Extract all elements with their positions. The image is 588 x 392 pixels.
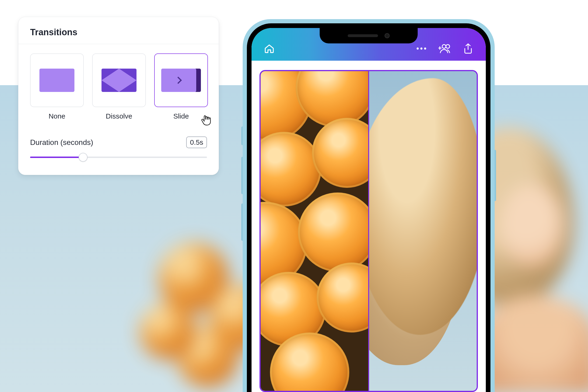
transition-label: Slide [154, 112, 208, 120]
canvas-right-image[interactable] [369, 71, 477, 391]
phone-front-camera [384, 33, 390, 38]
transition-options: None Dissolve Slide [30, 54, 207, 120]
svg-point-3 [442, 44, 446, 48]
editor-canvas-frame[interactable] [260, 70, 478, 392]
transition-divider-handle[interactable] [368, 71, 369, 391]
phone-speaker [348, 34, 378, 37]
transition-label: Dissolve [92, 112, 146, 120]
svg-point-2 [424, 48, 426, 50]
share-button[interactable] [462, 42, 474, 55]
preview-slide-icon [161, 68, 201, 92]
svg-point-1 [420, 48, 422, 50]
more-button[interactable] [415, 42, 428, 55]
transition-card-slide[interactable] [154, 54, 208, 107]
slider-fill [30, 156, 83, 158]
editor-canvas-area [252, 61, 486, 392]
transition-option-none[interactable]: None [30, 54, 84, 120]
duration-label: Duration (seconds) [30, 138, 93, 147]
preview-none-icon [40, 68, 74, 92]
panel-title: Transitions [30, 27, 207, 44]
invite-button[interactable] [438, 42, 451, 55]
transition-label: None [30, 112, 84, 120]
duration-row: Duration (seconds) 0.5s [30, 136, 207, 148]
phone-mockup [243, 19, 495, 392]
transition-option-slide[interactable]: Slide [154, 54, 208, 120]
preview-dissolve-icon [102, 68, 136, 92]
transition-card-none[interactable] [30, 54, 84, 107]
phone-notch [320, 28, 418, 44]
slider-thumb[interactable] [79, 153, 88, 162]
duration-slider[interactable] [30, 153, 207, 161]
home-icon [264, 43, 275, 54]
panel-divider [18, 44, 219, 44]
more-icon [416, 47, 427, 50]
transition-card-dissolve[interactable] [92, 54, 146, 107]
scene-root: Transitions None Dissolve [0, 0, 588, 392]
transition-option-dissolve[interactable]: Dissolve [92, 54, 146, 120]
home-button[interactable] [263, 42, 276, 55]
phone-bezel [247, 23, 490, 392]
svg-point-4 [446, 44, 450, 48]
phone-screen [252, 28, 486, 392]
add-people-icon [438, 44, 451, 54]
canvas-left-image[interactable] [261, 71, 369, 391]
share-icon [463, 43, 473, 54]
transitions-panel: Transitions None Dissolve [18, 17, 219, 175]
svg-point-0 [417, 48, 419, 50]
duration-value-input[interactable]: 0.5s [186, 136, 207, 148]
